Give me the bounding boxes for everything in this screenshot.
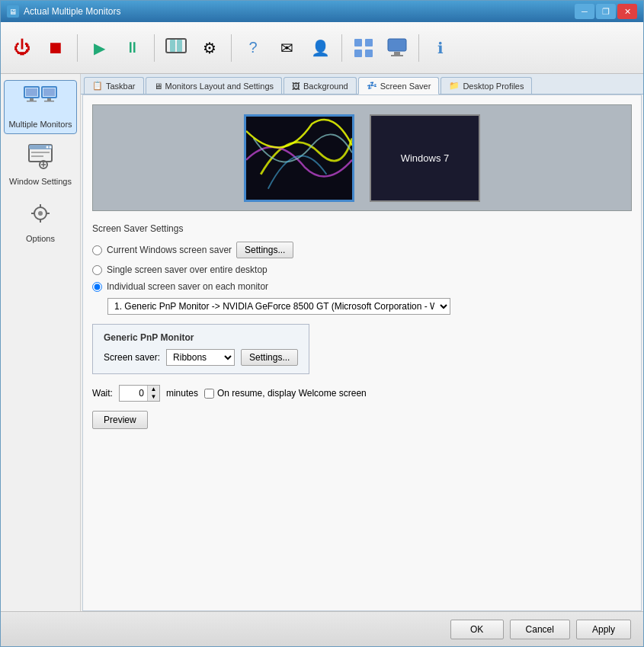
close-button[interactable]: ✕ <box>617 4 637 19</box>
tab-background[interactable]: 🖼 Background <box>284 77 357 94</box>
info-button[interactable]: ℹ <box>425 33 456 63</box>
svg-rect-4 <box>365 39 373 46</box>
preview-button[interactable]: Preview <box>92 411 148 429</box>
tab-screen-saver[interactable]: 💤 Screen Saver <box>358 77 440 94</box>
background-tab-icon: 🖼 <box>292 82 300 91</box>
radio-single-row: Single screen saver over entire desktop <box>92 264 632 275</box>
radio-single-label[interactable]: Single screen saver over entire desktop <box>107 264 268 275</box>
settings-gear-button[interactable]: ⚙ <box>194 33 225 63</box>
current-windows-settings-button[interactable]: Settings... <box>236 242 293 258</box>
toolbar-separator-1 <box>77 34 78 62</box>
window-icon: 🖥 <box>7 5 19 18</box>
svg-rect-23 <box>31 152 50 153</box>
radio-single-screen-saver[interactable] <box>92 265 102 275</box>
desktop-icon-button[interactable] <box>382 33 412 63</box>
main-panel: 📋 Taskbar 🖥 Monitors Layout and Settings… <box>81 74 643 611</box>
radio-current-windows-label[interactable]: Current Windows screen saver <box>107 245 232 255</box>
sidebar-item-options[interactable]: Options <box>4 194 77 248</box>
svg-rect-18 <box>44 101 54 102</box>
monitor-1-preview[interactable] <box>244 114 354 202</box>
sidebar: Multiple Monitors Win <box>1 74 81 611</box>
cancel-button[interactable]: Cancel <box>510 620 570 639</box>
restore-button[interactable]: ❐ <box>596 4 616 19</box>
monitor-preview-area: Windows 7 <box>92 104 632 211</box>
profile-button[interactable]: 👤 <box>305 33 335 63</box>
monitor-selector-row: 1. Generic PnP Monitor -> NVIDIA GeForce… <box>107 298 632 315</box>
toolbar: ⏻ ⏹ ▶ ⏸ ⚙ ? ✉ 👤 <box>1 22 643 74</box>
minimize-button[interactable]: ─ <box>575 4 594 19</box>
spinner-buttons: ▲ ▼ <box>147 386 159 401</box>
svg-rect-10 <box>391 55 403 56</box>
screen-saver-select[interactable]: Ribbons None Bubbles Mystify Blank <box>166 349 235 366</box>
background-tab-label: Background <box>303 82 348 91</box>
on-resume-checkbox[interactable] <box>204 389 214 399</box>
radio-individual-screen-saver[interactable] <box>92 282 102 292</box>
content-area: Multiple Monitors Win <box>1 74 643 611</box>
svg-rect-1 <box>170 40 175 52</box>
screen-saver-selector-row: Screen saver: Ribbons None Bubbles Mysti… <box>104 349 298 366</box>
play-button[interactable]: ▶ <box>84 33 114 63</box>
sidebar-item-multiple-monitors[interactable]: Multiple Monitors <box>4 80 77 134</box>
taskbar-tab-label: Taskbar <box>106 82 136 91</box>
pause-button[interactable]: ⏸ <box>117 33 148 63</box>
window-settings-icon <box>27 143 54 175</box>
monitor-settings-box: Generic PnP Monitor Screen saver: Ribbon… <box>92 324 309 374</box>
monitors-layout-tab-label: Monitors Layout and Settings <box>165 82 274 91</box>
screen-saver-tab-label: Screen Saver <box>380 82 431 91</box>
mail-button[interactable]: ✉ <box>271 33 302 63</box>
apply-button[interactable]: Apply <box>576 620 631 639</box>
saver-settings-button[interactable]: Settings... <box>241 349 298 366</box>
wait-row: Wait: ▲ ▼ minutes On resume, display Wel… <box>92 385 632 402</box>
svg-point-22 <box>50 146 52 149</box>
on-resume-label-text: On resume, display Welcome screen <box>217 388 367 399</box>
title-bar: 🖥 Actual Multiple Monitors ─ ❐ ✕ <box>1 1 643 22</box>
toolbar-separator-4 <box>341 34 342 62</box>
desktop-profiles-tab-icon: 📁 <box>449 81 460 91</box>
svg-rect-12 <box>26 88 37 96</box>
wait-label: Wait: <box>92 388 113 399</box>
tab-desktop-profiles[interactable]: 📁 Desktop Profiles <box>441 77 532 94</box>
screen-saver-label: Screen saver: <box>104 352 160 363</box>
power-button[interactable]: ⏻ <box>7 33 37 63</box>
bottom-bar: OK Cancel Apply <box>1 611 643 646</box>
sidebar-item-window-settings[interactable]: Window Settings <box>4 137 77 191</box>
tab-monitors-layout[interactable]: 🖥 Monitors Layout and Settings <box>146 77 282 94</box>
svg-rect-6 <box>365 50 373 57</box>
monitor-group-title: Generic PnP Monitor <box>104 332 298 343</box>
main-window: 🖥 Actual Multiple Monitors ─ ❐ ✕ ⏻ ⏹ ▶ ⏸… <box>0 0 644 647</box>
wait-unit-label: minutes <box>166 388 198 399</box>
svg-point-29 <box>38 211 43 216</box>
sidebar-item-multiple-monitors-label: Multiple Monitors <box>8 120 72 129</box>
wait-input[interactable] <box>120 386 147 400</box>
grid-layout-button[interactable] <box>348 33 379 63</box>
svg-rect-5 <box>354 50 362 57</box>
svg-rect-7 <box>388 39 406 51</box>
multiple-monitors-icon <box>24 85 57 118</box>
svg-rect-24 <box>31 155 43 157</box>
screen-saver-settings-title: Screen Saver Settings <box>92 223 632 234</box>
monitor-dropdown[interactable]: 1. Generic PnP Monitor -> NVIDIA GeForce… <box>107 298 450 315</box>
stop-button[interactable]: ⏹ <box>40 33 71 63</box>
radio-individual-label[interactable]: Individual screen saver on each monitor <box>107 281 268 292</box>
window-title: Actual Multiple Monitors <box>24 6 575 17</box>
window-controls: ─ ❐ ✕ <box>575 4 637 19</box>
ok-button[interactable]: OK <box>450 620 504 639</box>
svg-rect-14 <box>43 88 55 96</box>
monitor-config-button[interactable] <box>161 33 191 63</box>
sidebar-item-options-label: Options <box>26 234 55 243</box>
svg-rect-0 <box>166 39 186 53</box>
help-question-button[interactable]: ? <box>238 33 268 63</box>
spinner-down-button[interactable]: ▼ <box>147 393 159 401</box>
radio-current-windows[interactable] <box>92 245 102 255</box>
radio-individual-row: Individual screen saver on each monitor <box>92 281 632 292</box>
tab-taskbar[interactable]: 📋 Taskbar <box>84 77 144 94</box>
screen-saver-tab-content: Windows 7 Screen Saver Settings Current … <box>82 94 642 611</box>
monitor-2-label: Windows 7 <box>401 152 450 164</box>
svg-rect-15 <box>30 98 34 101</box>
svg-rect-2 <box>177 40 182 52</box>
monitor-2-preview[interactable]: Windows 7 <box>370 114 480 202</box>
spinner-up-button[interactable]: ▲ <box>147 386 159 393</box>
on-resume-checkbox-label[interactable]: On resume, display Welcome screen <box>204 388 367 399</box>
radio-current-windows-row: Current Windows screen saver Settings... <box>92 242 632 258</box>
toolbar-separator-2 <box>154 34 155 62</box>
